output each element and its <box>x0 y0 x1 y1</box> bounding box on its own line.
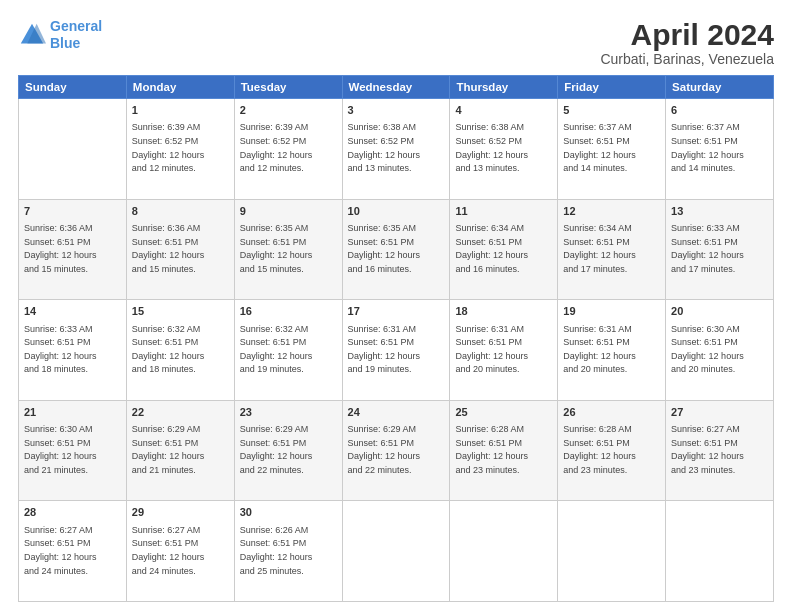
cell-info-line: Sunset: 6:51 PM <box>240 337 307 347</box>
calendar-cell: 9Sunrise: 6:35 AMSunset: 6:51 PMDaylight… <box>234 199 342 300</box>
cell-info-line: Daylight: 12 hours <box>348 150 421 160</box>
day-number: 9 <box>240 204 337 219</box>
calendar-week-row: 21Sunrise: 6:30 AMSunset: 6:51 PMDayligh… <box>19 400 774 501</box>
cell-info-line: Sunset: 6:52 PM <box>455 136 522 146</box>
cell-info-line: Sunrise: 6:33 AM <box>24 324 93 334</box>
calendar-cell: 30Sunrise: 6:26 AMSunset: 6:51 PMDayligh… <box>234 501 342 602</box>
day-number: 23 <box>240 405 337 420</box>
month-title: April 2024 <box>600 18 774 51</box>
calendar-cell: 25Sunrise: 6:28 AMSunset: 6:51 PMDayligh… <box>450 400 558 501</box>
cell-info-line: Daylight: 12 hours <box>24 451 97 461</box>
cell-info-line: Sunset: 6:51 PM <box>455 438 522 448</box>
cell-info-line: and 19 minutes. <box>348 364 412 374</box>
cell-info-line: Sunset: 6:51 PM <box>563 136 630 146</box>
cell-info-line: Sunset: 6:51 PM <box>132 538 199 548</box>
cell-info-line: Sunrise: 6:26 AM <box>240 525 309 535</box>
cell-info-line: and 18 minutes. <box>24 364 88 374</box>
cell-info-line: and 22 minutes. <box>240 465 304 475</box>
cell-info-line: Sunrise: 6:32 AM <box>240 324 309 334</box>
cell-info-line: and 20 minutes. <box>455 364 519 374</box>
cell-info-line: Sunset: 6:51 PM <box>671 237 738 247</box>
cell-info-line: and 21 minutes. <box>24 465 88 475</box>
cell-info-line: Sunrise: 6:33 AM <box>671 223 740 233</box>
cell-info-line: Sunset: 6:51 PM <box>132 438 199 448</box>
cell-info-line: and 13 minutes. <box>348 163 412 173</box>
cell-info-line: Sunset: 6:51 PM <box>24 237 91 247</box>
calendar-cell <box>558 501 666 602</box>
day-number: 15 <box>132 304 229 319</box>
cell-info-line: and 21 minutes. <box>132 465 196 475</box>
cell-info-line: and 14 minutes. <box>671 163 735 173</box>
cell-info-line: and 15 minutes. <box>240 264 304 274</box>
calendar-cell: 28Sunrise: 6:27 AMSunset: 6:51 PMDayligh… <box>19 501 127 602</box>
cell-info-line: Sunset: 6:51 PM <box>671 136 738 146</box>
day-number: 13 <box>671 204 768 219</box>
cell-info-line: Daylight: 12 hours <box>240 150 313 160</box>
day-number: 6 <box>671 103 768 118</box>
header-row: SundayMondayTuesdayWednesdayThursdayFrid… <box>19 76 774 99</box>
day-number: 1 <box>132 103 229 118</box>
title-block: April 2024 Curbati, Barinas, Venezuela <box>600 18 774 67</box>
cell-info-line: Daylight: 12 hours <box>671 451 744 461</box>
cell-info-line: Daylight: 12 hours <box>563 451 636 461</box>
cell-info-line: Daylight: 12 hours <box>455 351 528 361</box>
cell-info-line: Sunrise: 6:31 AM <box>348 324 417 334</box>
cell-info-line: and 16 minutes. <box>348 264 412 274</box>
cell-info-line: Sunset: 6:51 PM <box>563 337 630 347</box>
cell-info-line: Sunrise: 6:36 AM <box>132 223 201 233</box>
calendar-cell: 10Sunrise: 6:35 AMSunset: 6:51 PMDayligh… <box>342 199 450 300</box>
cell-info-line: Daylight: 12 hours <box>132 351 205 361</box>
cell-info-line: Sunrise: 6:29 AM <box>348 424 417 434</box>
day-number: 22 <box>132 405 229 420</box>
day-number: 17 <box>348 304 445 319</box>
cell-info-line: Sunset: 6:51 PM <box>24 538 91 548</box>
cell-info-line: Sunrise: 6:27 AM <box>671 424 740 434</box>
day-number: 25 <box>455 405 552 420</box>
day-number: 5 <box>563 103 660 118</box>
weekday-header: Thursday <box>450 76 558 99</box>
cell-info-line: Daylight: 12 hours <box>132 250 205 260</box>
cell-info-line: and 17 minutes. <box>563 264 627 274</box>
logo-line1: General <box>50 18 102 34</box>
day-number: 29 <box>132 505 229 520</box>
cell-info-line: Daylight: 12 hours <box>132 451 205 461</box>
cell-info-line: and 15 minutes. <box>132 264 196 274</box>
cell-info-line: Sunrise: 6:30 AM <box>671 324 740 334</box>
calendar-cell: 7Sunrise: 6:36 AMSunset: 6:51 PMDaylight… <box>19 199 127 300</box>
calendar-cell: 2Sunrise: 6:39 AMSunset: 6:52 PMDaylight… <box>234 99 342 200</box>
day-number: 26 <box>563 405 660 420</box>
cell-info-line: Daylight: 12 hours <box>132 150 205 160</box>
cell-info-line: Sunrise: 6:28 AM <box>563 424 632 434</box>
cell-info-line: and 13 minutes. <box>455 163 519 173</box>
cell-info-line: and 15 minutes. <box>24 264 88 274</box>
cell-info-line: Daylight: 12 hours <box>240 552 313 562</box>
cell-info-line: Sunset: 6:51 PM <box>240 438 307 448</box>
cell-info-line: and 12 minutes. <box>240 163 304 173</box>
calendar-cell: 12Sunrise: 6:34 AMSunset: 6:51 PMDayligh… <box>558 199 666 300</box>
cell-info-line: and 23 minutes. <box>671 465 735 475</box>
cell-info-line: Sunset: 6:52 PM <box>132 136 199 146</box>
cell-info-line: and 18 minutes. <box>132 364 196 374</box>
cell-info-line: Sunset: 6:51 PM <box>240 237 307 247</box>
cell-info-line: Sunset: 6:51 PM <box>671 438 738 448</box>
cell-info-line: and 22 minutes. <box>348 465 412 475</box>
calendar-cell: 15Sunrise: 6:32 AMSunset: 6:51 PMDayligh… <box>126 300 234 401</box>
cell-info-line: Sunset: 6:51 PM <box>348 438 415 448</box>
cell-info-line: and 23 minutes. <box>563 465 627 475</box>
weekday-header: Monday <box>126 76 234 99</box>
calendar-cell: 24Sunrise: 6:29 AMSunset: 6:51 PMDayligh… <box>342 400 450 501</box>
cell-info-line: Sunset: 6:51 PM <box>563 438 630 448</box>
weekday-header: Wednesday <box>342 76 450 99</box>
day-number: 11 <box>455 204 552 219</box>
cell-info-line: and 14 minutes. <box>563 163 627 173</box>
cell-info-line: Sunrise: 6:36 AM <box>24 223 93 233</box>
cell-info-line: Sunset: 6:51 PM <box>240 538 307 548</box>
calendar-week-row: 7Sunrise: 6:36 AMSunset: 6:51 PMDaylight… <box>19 199 774 300</box>
cell-info-line: Daylight: 12 hours <box>132 552 205 562</box>
cell-info-line: Daylight: 12 hours <box>563 351 636 361</box>
logo-line2: Blue <box>50 35 80 51</box>
cell-info-line: and 17 minutes. <box>671 264 735 274</box>
cell-info-line: Sunset: 6:51 PM <box>455 237 522 247</box>
weekday-header: Friday <box>558 76 666 99</box>
calendar-cell: 19Sunrise: 6:31 AMSunset: 6:51 PMDayligh… <box>558 300 666 401</box>
